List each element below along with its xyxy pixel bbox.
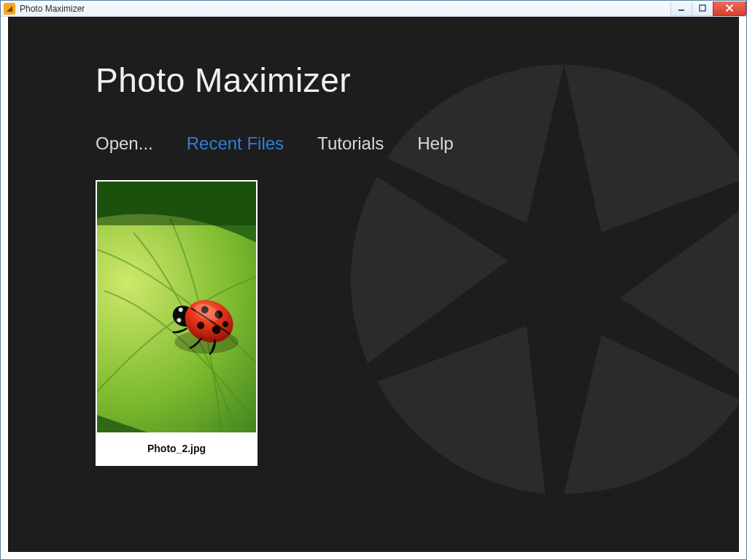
window-title: Photo Maximizer: [20, 4, 85, 14]
app-body: Photo Maximizer Open... Recent Files Tut…: [8, 17, 739, 552]
thumbnail-filename: Photo_2.jpg: [97, 432, 256, 464]
application-window: Photo Maximizer Ph: [0, 0, 747, 560]
app-icon: [4, 3, 15, 15]
svg-rect-2: [700, 5, 705, 11]
main-nav: Open... Recent Files Tutorials Help: [96, 133, 739, 154]
close-button[interactable]: [713, 1, 746, 16]
maximize-button[interactable]: [692, 1, 713, 16]
recent-file-thumbnail[interactable]: Photo_2.jpg: [96, 180, 258, 466]
thumbnail-image: [97, 182, 256, 432]
svg-rect-14: [97, 182, 256, 225]
nav-help[interactable]: Help: [417, 133, 453, 154]
nav-open[interactable]: Open...: [96, 133, 153, 154]
minimize-button[interactable]: [670, 1, 692, 16]
recent-files-gallery: Photo_2.jpg: [96, 180, 739, 466]
nav-tutorials[interactable]: Tutorials: [317, 133, 384, 154]
svg-marker-0: [7, 6, 12, 12]
window-controls: [671, 1, 746, 16]
svg-rect-1: [678, 9, 684, 11]
titlebar[interactable]: Photo Maximizer: [1, 1, 746, 17]
app-title: Photo Maximizer: [96, 61, 739, 100]
nav-recent-files[interactable]: Recent Files: [187, 133, 284, 154]
